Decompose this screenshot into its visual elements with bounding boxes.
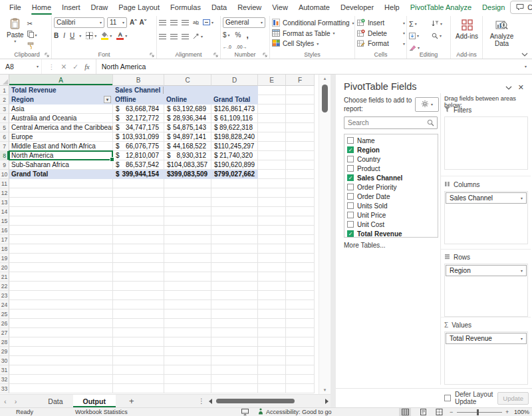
cell-E3[interactable] (258, 104, 286, 114)
field-checkbox-sales-channel[interactable]: ✓ (347, 174, 354, 181)
number-dialog-launcher[interactable] (263, 53, 267, 57)
cell-E5[interactable] (258, 123, 286, 132)
horizontal-scrollbar[interactable] (216, 399, 321, 403)
cell-B10[interactable]: $399,944,154 (113, 170, 164, 179)
normal-view-icon[interactable] (399, 408, 411, 416)
cell-E6[interactable] (258, 132, 286, 142)
cell-E12[interactable] (258, 188, 286, 198)
cell-B2[interactable]: Offline (113, 95, 164, 104)
cell-B15[interactable] (113, 216, 164, 226)
cut-button[interactable]: ✂ (27, 18, 37, 29)
cancel-icon[interactable]: ✕ (61, 63, 67, 71)
cell-A13[interactable] (9, 198, 113, 207)
cell-F16[interactable] (286, 226, 315, 235)
cell-F22[interactable] (286, 282, 315, 291)
field-checkbox-country[interactable] (347, 156, 354, 162)
copy-button[interactable]: ▾ (27, 29, 37, 41)
column-header-C[interactable]: C (164, 75, 211, 86)
font-dialog-launcher[interactable] (150, 53, 154, 57)
pane-collapse-icon[interactable] (505, 84, 512, 91)
cell-B11[interactable] (113, 179, 164, 188)
search-input[interactable] (344, 119, 427, 126)
row-header-4[interactable]: 4 (0, 114, 9, 123)
cell-E21[interactable] (258, 272, 286, 282)
comments-button[interactable]: Comments (510, 1, 532, 14)
row-header-2[interactable]: 2 (0, 95, 9, 104)
row-header-19[interactable]: 19 (0, 254, 9, 263)
cell-A9[interactable]: Sub-Saharan Africa (9, 160, 113, 170)
cell-F21[interactable] (286, 272, 315, 282)
cell-D13[interactable] (211, 198, 258, 207)
workbook-statistics-button[interactable]: Workbook Statistics (75, 408, 128, 416)
ribbon-tab-draw[interactable]: Draw (86, 0, 114, 15)
cell-D9[interactable]: $190,620,899 (211, 160, 258, 170)
column-header-E[interactable]: E (258, 75, 286, 86)
field-checkbox-name[interactable] (347, 137, 354, 144)
cell-F1[interactable] (286, 86, 315, 95)
cell-F24[interactable] (286, 300, 315, 310)
ribbon-tab-home[interactable]: Home (27, 0, 57, 15)
cell-D2[interactable]: Grand Total (211, 95, 258, 104)
cell-D14[interactable] (211, 207, 258, 216)
underline-button[interactable]: U (70, 30, 74, 41)
row-header-20[interactable]: 20 (0, 263, 9, 272)
cell-F18[interactable] (286, 244, 315, 254)
cell-E14[interactable] (258, 207, 286, 216)
cell-C20[interactable] (164, 263, 211, 272)
cell-B25[interactable] (113, 310, 164, 319)
columns-area[interactable]: Sales Channel▾ (444, 191, 528, 244)
pane-close-icon[interactable]: ✕ (518, 83, 524, 92)
zoom-in-button[interactable]: + (505, 408, 509, 416)
row-header-24[interactable]: 24 (0, 300, 9, 310)
cell-E32[interactable] (258, 375, 286, 384)
cell-B5[interactable]: $34,747,175 (113, 123, 164, 132)
cell-C1[interactable] (164, 86, 211, 95)
row-header-14[interactable]: 14 (0, 207, 9, 216)
cell-B4[interactable]: $32,172,772 (113, 114, 164, 123)
cell-C33[interactable] (164, 384, 211, 393)
area-pill-sales-channel[interactable]: Sales Channel▾ (446, 192, 527, 204)
ribbon-tab-file[interactable]: File (4, 0, 27, 15)
row-header-30[interactable]: 30 (0, 356, 9, 365)
ribbon-tab-data[interactable]: Data (206, 0, 232, 15)
cell-D29[interactable] (211, 347, 258, 356)
cell-F7[interactable] (286, 142, 315, 151)
horizontal-scroll-thumb[interactable] (216, 399, 295, 403)
cell-D20[interactable] (211, 263, 258, 272)
cell-A12[interactable] (9, 188, 113, 198)
conditional-formatting-button[interactable]: Conditional Formatting▾ (272, 18, 353, 29)
field-item-total-revenue[interactable]: ✓Total Revenue (344, 229, 438, 238)
cell-C24[interactable] (164, 300, 211, 310)
cell-F31[interactable] (286, 365, 315, 375)
cell-E15[interactable] (258, 216, 286, 226)
cell-B17[interactable] (113, 235, 164, 244)
paste-button[interactable]: Paste ▾ (5, 17, 26, 52)
cell-C22[interactable] (164, 282, 211, 291)
row-header-7[interactable]: 7 (0, 142, 9, 151)
cell-B27[interactable] (113, 328, 164, 337)
ribbon-tab-help[interactable]: Help (379, 0, 405, 15)
cell-F26[interactable] (286, 319, 315, 328)
field-item-unit-cost[interactable]: Unit Cost (344, 220, 438, 229)
cell-F15[interactable] (286, 216, 315, 226)
cell-C9[interactable]: $104,083,357 (164, 160, 211, 170)
cell-C17[interactable] (164, 235, 211, 244)
cell-C28[interactable] (164, 337, 211, 347)
row-header-29[interactable]: 29 (0, 347, 9, 356)
font-size-select[interactable]: 11▾ (107, 17, 127, 28)
cell-F11[interactable] (286, 179, 315, 188)
field-item-units-sold[interactable]: Units Sold (344, 201, 438, 210)
cell-E20[interactable] (258, 263, 286, 272)
defer-layout-checkbox[interactable] (444, 395, 451, 401)
filters-area[interactable] (444, 116, 528, 170)
align-top-icon[interactable] (159, 20, 166, 25)
cell-C2[interactable]: Online (164, 95, 211, 104)
row-header-3[interactable]: 3 (0, 104, 9, 114)
cell-B32[interactable] (113, 375, 164, 384)
find-select-button[interactable]: ▾ (432, 30, 449, 41)
area-pill-region[interactable]: Region▾ (446, 265, 527, 276)
cell-F28[interactable] (286, 337, 315, 347)
row-header-21[interactable]: 21 (0, 272, 9, 282)
row-header-18[interactable]: 18 (0, 244, 9, 254)
row-header-5[interactable]: 5 (0, 123, 9, 132)
